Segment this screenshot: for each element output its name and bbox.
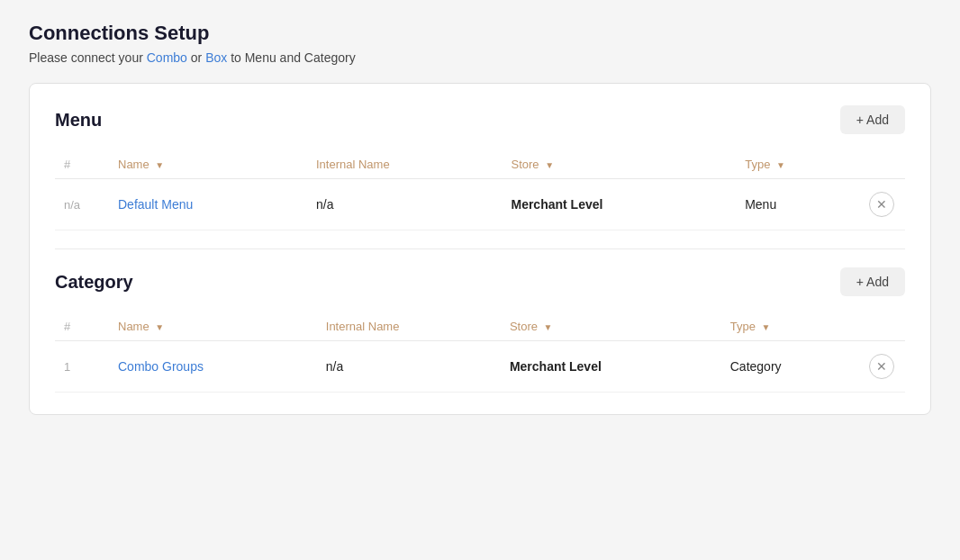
menu-col-type[interactable]: Type ▼ — [736, 150, 860, 179]
row-type: Menu — [736, 179, 860, 230]
connections-card: Menu + Add # Name ▼ Internal Name Store … — [29, 83, 931, 415]
row-name: Default Menu — [109, 179, 307, 230]
category-add-button[interactable]: + Add — [840, 267, 905, 296]
row-hash: n/a — [55, 179, 109, 230]
row-name: Combo Groups — [109, 341, 317, 393]
menu-section-header: Menu + Add — [55, 105, 905, 134]
table-row: n/a Default Menu n/a Merchant Level Menu… — [55, 179, 905, 230]
category-col-name[interactable]: Name ▼ — [109, 312, 317, 341]
category-table: # Name ▼ Internal Name Store ▼ Type ▼ 1 … — [55, 312, 905, 393]
menu-col-name[interactable]: Name ▼ — [109, 150, 307, 179]
category-section-title: Category — [55, 272, 133, 293]
menu-table-header-row: # Name ▼ Internal Name Store ▼ Type ▼ — [55, 150, 905, 179]
row-internal-name: n/a — [317, 341, 501, 393]
page-subtitle: Please connect your Combo or Box to Menu… — [29, 50, 931, 65]
menu-table: # Name ▼ Internal Name Store ▼ Type ▼ n/… — [55, 150, 905, 230]
menu-col-store[interactable]: Store ▼ — [502, 150, 736, 179]
category-table-header-row: # Name ▼ Internal Name Store ▼ Type ▼ — [55, 312, 905, 341]
row-store: Merchant Level — [502, 179, 736, 230]
section-divider — [55, 248, 905, 249]
row-internal-name: n/a — [307, 179, 503, 230]
remove-row-button[interactable]: ✕ — [869, 354, 894, 379]
box-link: Box — [205, 50, 227, 65]
menu-section-title: Menu — [55, 110, 102, 131]
category-section-header: Category + Add — [55, 267, 905, 296]
category-col-action — [860, 312, 905, 341]
menu-col-hash: # — [55, 150, 109, 179]
row-store: Merchant Level — [501, 341, 721, 393]
category-col-internal-name: Internal Name — [317, 312, 501, 341]
row-action: ✕ — [860, 179, 905, 230]
menu-col-internal-name: Internal Name — [307, 150, 503, 179]
category-col-type[interactable]: Type ▼ — [721, 312, 860, 341]
category-col-hash: # — [55, 312, 109, 341]
row-hash: 1 — [55, 341, 109, 393]
page-title: Connections Setup — [29, 22, 931, 45]
row-type: Category — [721, 341, 860, 393]
category-col-store[interactable]: Store ▼ — [501, 312, 721, 341]
table-row: 1 Combo Groups n/a Merchant Level Catego… — [55, 341, 905, 393]
menu-add-button[interactable]: + Add — [840, 105, 905, 134]
row-action: ✕ — [860, 341, 905, 393]
remove-row-button[interactable]: ✕ — [869, 192, 894, 217]
menu-col-action — [860, 150, 905, 179]
combo-link: Combo — [147, 50, 187, 65]
